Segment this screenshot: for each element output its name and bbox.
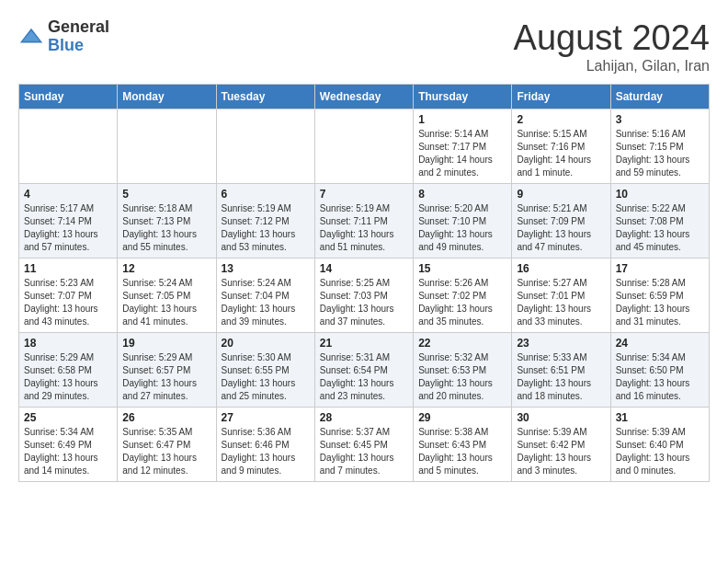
day-info: Sunrise: 5:23 AM Sunset: 7:07 PM Dayligh…: [24, 277, 112, 328]
logo-text: General Blue: [48, 18, 109, 55]
day-number: 16: [517, 262, 605, 275]
day-cell: 12Sunrise: 5:24 AM Sunset: 7:05 PM Dayli…: [118, 259, 216, 333]
day-info: Sunrise: 5:35 AM Sunset: 6:47 PM Dayligh…: [122, 426, 210, 477]
day-cell: 22Sunrise: 5:32 AM Sunset: 6:53 PM Dayli…: [414, 333, 512, 408]
day-number: 10: [616, 188, 704, 201]
column-header-thursday: Thursday: [414, 85, 512, 109]
day-number: 7: [320, 188, 408, 201]
day-cell: 6Sunrise: 5:19 AM Sunset: 7:12 PM Daylig…: [216, 184, 314, 259]
day-cell: 19Sunrise: 5:29 AM Sunset: 6:57 PM Dayli…: [118, 333, 216, 408]
day-number: 14: [320, 262, 408, 275]
day-number: 1: [418, 113, 506, 126]
day-number: 28: [320, 411, 408, 424]
day-cell: 28Sunrise: 5:37 AM Sunset: 6:45 PM Dayli…: [314, 408, 413, 482]
day-info: Sunrise: 5:16 AM Sunset: 7:15 PM Dayligh…: [616, 128, 704, 179]
day-cell: 9Sunrise: 5:21 AM Sunset: 7:09 PM Daylig…: [512, 184, 610, 259]
svg-marker-1: [23, 30, 40, 40]
day-number: 6: [222, 188, 310, 201]
day-info: Sunrise: 5:17 AM Sunset: 7:14 PM Dayligh…: [24, 202, 112, 254]
column-header-friday: Friday: [512, 85, 610, 109]
day-cell: 17Sunrise: 5:28 AM Sunset: 6:59 PM Dayli…: [610, 259, 709, 333]
day-info: Sunrise: 5:24 AM Sunset: 7:05 PM Dayligh…: [122, 277, 210, 328]
day-cell: 3Sunrise: 5:16 AM Sunset: 7:15 PM Daylig…: [610, 109, 709, 184]
day-info: Sunrise: 5:14 AM Sunset: 7:17 PM Dayligh…: [418, 128, 506, 179]
day-number: 9: [517, 188, 605, 201]
logo-blue: Blue: [48, 37, 109, 55]
day-cell: 8Sunrise: 5:20 AM Sunset: 7:10 PM Daylig…: [414, 184, 512, 259]
day-number: 25: [24, 411, 112, 424]
logo-icon: [18, 24, 44, 50]
day-info: Sunrise: 5:18 AM Sunset: 7:13 PM Dayligh…: [122, 202, 210, 254]
logo: General Blue: [18, 18, 109, 55]
calendar-location: Lahijan, Gilan, Iran: [514, 58, 710, 75]
day-cell: 4Sunrise: 5:17 AM Sunset: 7:14 PM Daylig…: [19, 184, 118, 259]
day-number: 29: [418, 411, 506, 424]
day-info: Sunrise: 5:27 AM Sunset: 7:01 PM Dayligh…: [517, 277, 605, 328]
day-cell: 23Sunrise: 5:33 AM Sunset: 6:51 PM Dayli…: [512, 333, 610, 408]
day-number: 11: [24, 262, 112, 275]
day-info: Sunrise: 5:34 AM Sunset: 6:49 PM Dayligh…: [24, 426, 112, 477]
day-info: Sunrise: 5:19 AM Sunset: 7:11 PM Dayligh…: [320, 202, 408, 254]
day-info: Sunrise: 5:38 AM Sunset: 6:43 PM Dayligh…: [418, 426, 506, 477]
day-info: Sunrise: 5:39 AM Sunset: 6:40 PM Dayligh…: [616, 426, 704, 477]
day-number: 3: [616, 113, 704, 126]
day-cell: 7Sunrise: 5:19 AM Sunset: 7:11 PM Daylig…: [314, 184, 413, 259]
day-cell: 18Sunrise: 5:29 AM Sunset: 6:58 PM Dayli…: [19, 333, 118, 408]
column-header-saturday: Saturday: [610, 85, 709, 109]
logo-general: General: [48, 18, 109, 37]
day-number: 17: [616, 262, 704, 275]
day-info: Sunrise: 5:25 AM Sunset: 7:03 PM Dayligh…: [320, 277, 408, 328]
day-cell: 1Sunrise: 5:14 AM Sunset: 7:17 PM Daylig…: [414, 109, 512, 184]
day-cell: 20Sunrise: 5:30 AM Sunset: 6:55 PM Dayli…: [216, 333, 314, 408]
day-cell: 31Sunrise: 5:39 AM Sunset: 6:40 PM Dayli…: [610, 408, 709, 482]
day-info: Sunrise: 5:20 AM Sunset: 7:10 PM Dayligh…: [418, 202, 506, 254]
day-info: Sunrise: 5:15 AM Sunset: 7:16 PM Dayligh…: [517, 128, 605, 179]
week-row-5: 25Sunrise: 5:34 AM Sunset: 6:49 PM Dayli…: [19, 408, 710, 482]
day-info: Sunrise: 5:29 AM Sunset: 6:57 PM Dayligh…: [122, 351, 210, 403]
column-header-wednesday: Wednesday: [314, 85, 413, 109]
day-cell: 26Sunrise: 5:35 AM Sunset: 6:47 PM Dayli…: [118, 408, 216, 482]
day-info: Sunrise: 5:21 AM Sunset: 7:09 PM Dayligh…: [517, 202, 605, 254]
column-header-tuesday: Tuesday: [216, 85, 314, 109]
day-number: 21: [320, 337, 408, 350]
day-cell: 30Sunrise: 5:39 AM Sunset: 6:42 PM Dayli…: [512, 408, 610, 482]
day-cell: 29Sunrise: 5:38 AM Sunset: 6:43 PM Dayli…: [414, 408, 512, 482]
day-cell: 14Sunrise: 5:25 AM Sunset: 7:03 PM Dayli…: [314, 259, 413, 333]
day-cell: [314, 109, 413, 184]
day-info: Sunrise: 5:24 AM Sunset: 7:04 PM Dayligh…: [222, 277, 310, 328]
day-info: Sunrise: 5:29 AM Sunset: 6:58 PM Dayligh…: [24, 351, 112, 403]
day-info: Sunrise: 5:19 AM Sunset: 7:12 PM Dayligh…: [222, 202, 310, 254]
day-number: 30: [517, 411, 605, 424]
day-number: 8: [418, 188, 506, 201]
day-info: Sunrise: 5:36 AM Sunset: 6:46 PM Dayligh…: [222, 426, 310, 477]
day-info: Sunrise: 5:30 AM Sunset: 6:55 PM Dayligh…: [222, 351, 310, 403]
day-number: 23: [517, 337, 605, 350]
day-cell: 13Sunrise: 5:24 AM Sunset: 7:04 PM Dayli…: [216, 259, 314, 333]
week-row-2: 4Sunrise: 5:17 AM Sunset: 7:14 PM Daylig…: [19, 184, 710, 259]
day-cell: 16Sunrise: 5:27 AM Sunset: 7:01 PM Dayli…: [512, 259, 610, 333]
week-row-1: 1Sunrise: 5:14 AM Sunset: 7:17 PM Daylig…: [19, 109, 710, 184]
day-info: Sunrise: 5:33 AM Sunset: 6:51 PM Dayligh…: [517, 351, 605, 403]
day-number: 31: [616, 411, 704, 424]
week-row-3: 11Sunrise: 5:23 AM Sunset: 7:07 PM Dayli…: [19, 259, 710, 333]
day-info: Sunrise: 5:32 AM Sunset: 6:53 PM Dayligh…: [418, 351, 506, 403]
day-number: 15: [418, 262, 506, 275]
day-info: Sunrise: 5:39 AM Sunset: 6:42 PM Dayligh…: [517, 426, 605, 477]
day-info: Sunrise: 5:34 AM Sunset: 6:50 PM Dayligh…: [616, 351, 704, 403]
day-cell: [19, 109, 118, 184]
day-cell: [216, 109, 314, 184]
day-cell: 10Sunrise: 5:22 AM Sunset: 7:08 PM Dayli…: [610, 184, 709, 259]
day-number: 13: [222, 262, 310, 275]
day-number: 5: [122, 188, 210, 201]
day-number: 18: [24, 337, 112, 350]
day-cell: 21Sunrise: 5:31 AM Sunset: 6:54 PM Dayli…: [314, 333, 413, 408]
day-cell: 15Sunrise: 5:26 AM Sunset: 7:02 PM Dayli…: [414, 259, 512, 333]
day-cell: 5Sunrise: 5:18 AM Sunset: 7:13 PM Daylig…: [118, 184, 216, 259]
day-number: 19: [122, 337, 210, 350]
day-number: 22: [418, 337, 506, 350]
calendar-table: SundayMondayTuesdayWednesdayThursdayFrid…: [18, 84, 710, 482]
day-cell: 11Sunrise: 5:23 AM Sunset: 7:07 PM Dayli…: [19, 259, 118, 333]
column-header-monday: Monday: [118, 85, 216, 109]
column-header-sunday: Sunday: [19, 85, 118, 109]
day-number: 26: [122, 411, 210, 424]
